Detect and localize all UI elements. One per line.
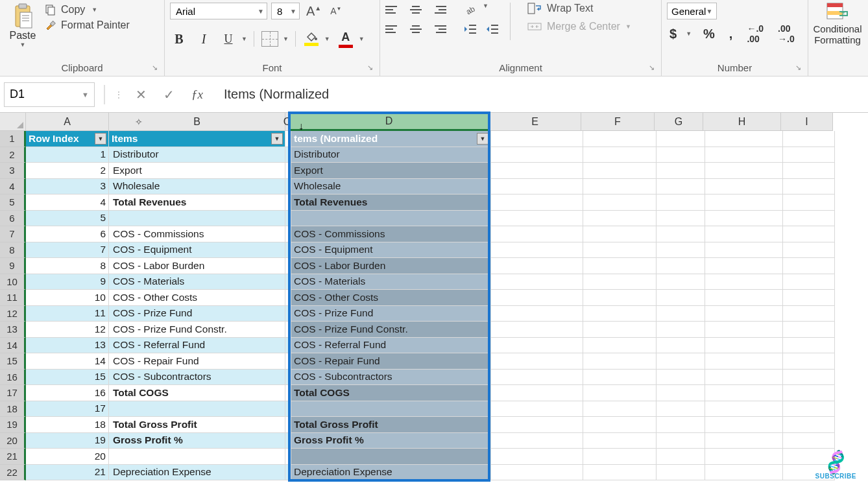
increase-decimal-button[interactable]: ←.0.00 [744,23,766,44]
font-size-combo[interactable]: 8▼ [271,3,300,19]
cell[interactable] [491,290,583,306]
cell[interactable] [285,258,291,274]
row-header-12[interactable]: 12 [0,306,26,322]
cell[interactable] [285,417,291,433]
cell[interactable] [657,290,705,306]
cell[interactable] [491,179,583,195]
cell[interactable] [583,417,657,433]
cell[interactable] [583,290,657,306]
cell[interactable] [783,370,835,386]
font-name-combo[interactable]: Arial▼ [170,3,267,19]
cell[interactable] [491,370,583,386]
cell[interactable]: Gross Profit % [109,433,285,449]
cell[interactable] [705,211,783,227]
cell[interactable] [783,147,835,163]
cell[interactable] [705,258,783,274]
cell[interactable] [705,306,783,322]
cell[interactable]: COS - Prize Fund Constr. [109,322,285,338]
cell[interactable] [583,306,657,322]
cell[interactable] [783,338,835,354]
italic-button[interactable]: I [195,30,213,48]
cell[interactable] [109,401,285,418]
row-header-11[interactable]: 11 [0,290,26,306]
cell[interactable] [285,306,291,322]
cell[interactable] [583,131,657,147]
cell[interactable] [285,465,291,481]
bold-button[interactable]: B [170,30,188,48]
fill-color-button[interactable] [302,30,320,48]
row-header-2[interactable]: 2 [0,147,26,163]
row-header-7[interactable]: 7 [0,226,26,242]
decrease-font-button[interactable]: A▼ [328,6,344,16]
cell[interactable] [705,290,783,306]
cell[interactable] [705,274,783,290]
row-header-22[interactable]: 22 [0,465,26,481]
cell[interactable] [705,147,783,163]
cell[interactable] [583,385,657,401]
row-header-9[interactable]: 9 [0,258,26,274]
cell[interactable]: 13 [26,338,109,354]
cell[interactable] [657,274,705,290]
cell[interactable] [291,449,491,465]
cell[interactable] [705,226,783,242]
cell[interactable]: Wholesale [291,179,491,195]
align-right-button[interactable] [429,22,446,36]
comma-button[interactable]: , [727,27,736,41]
cell[interactable]: 9 [26,274,109,290]
row-header-19[interactable]: 19 [0,417,26,433]
cell[interactable]: Depreciation Expense [109,465,285,481]
cell[interactable]: Gross Profit % [291,433,491,449]
row-header-14[interactable]: 14 [0,338,26,354]
subscribe-badge[interactable]: 🧬 SUBSCRIBE [815,451,856,480]
cell[interactable]: 12 [26,322,109,338]
cell[interactable]: COS - Equipment [109,242,285,259]
currency-button[interactable]: $ [667,27,679,41]
cell[interactable]: 8 [26,258,109,274]
cell[interactable] [583,274,657,290]
cell[interactable] [657,449,705,465]
cell[interactable]: COS - Subcontractors [291,370,491,386]
filter-button[interactable]: ▼ [95,133,106,145]
cell[interactable] [657,401,705,418]
cell[interactable] [491,465,583,481]
cell[interactable] [783,385,835,401]
cell[interactable]: COS - Referral Fund [109,338,285,354]
cell[interactable] [705,401,783,418]
cell[interactable]: COS - Labor Burden [291,258,491,274]
cell[interactable] [657,417,705,433]
cell[interactable] [285,179,291,195]
cell[interactable]: Total Revenues [291,194,491,211]
cell[interactable] [657,465,705,481]
cell[interactable] [783,306,835,322]
cell[interactable] [583,242,657,259]
cell[interactable] [705,163,783,179]
cell[interactable] [583,353,657,370]
cell[interactable] [285,163,291,179]
cell[interactable] [583,433,657,449]
cell[interactable]: 15 [26,370,109,386]
column-header-D[interactable]: D [289,113,489,131]
cell[interactable]: COS - Prize Fund Constr. [291,322,491,338]
cell[interactable] [583,258,657,274]
cell[interactable] [583,147,657,163]
cell[interactable] [705,131,783,147]
font-color-button[interactable]: A [337,30,355,48]
cell[interactable] [705,179,783,195]
cell[interactable] [491,322,583,338]
cell[interactable] [657,194,705,211]
cell[interactable]: Export [291,163,491,179]
cell[interactable] [583,194,657,211]
merge-center-button[interactable]: Merge & Center ▼ [527,21,631,32]
cell[interactable] [285,338,291,354]
cell[interactable]: 11 [26,306,109,322]
cell[interactable]: Depreciation Expense [291,465,491,481]
cell[interactable] [583,322,657,338]
cell[interactable] [285,322,291,338]
cell[interactable] [705,385,783,401]
cell[interactable] [285,385,291,401]
cell[interactable] [491,131,583,147]
cell[interactable] [285,274,291,290]
cell[interactable] [491,226,583,242]
cell[interactable]: COS - Materials [109,274,285,290]
cell[interactable] [657,258,705,274]
